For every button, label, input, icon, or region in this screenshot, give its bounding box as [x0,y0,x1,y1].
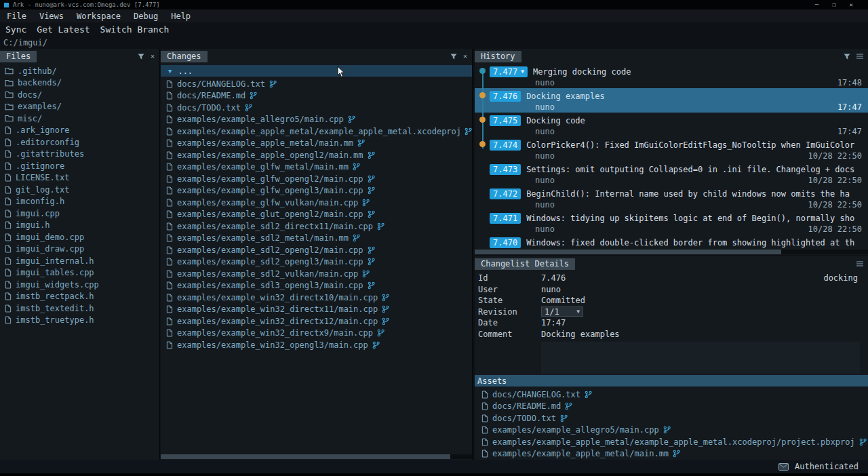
history-commit-row[interactable]: 7.475 Docking code nuno 17:47 [475,113,868,137]
change-item[interactable]: examples/example_apple_metal/main.mm [161,138,472,150]
toolbar-button-sync[interactable]: Sync [5,24,26,35]
menu-item-file[interactable]: File [7,12,26,21]
change-item[interactable]: examples/example_glfw_opengl3/main.cpp [161,185,472,197]
change-item[interactable]: examples/example_sdl2_opengl3/main.cpp [161,256,472,269]
history-commit-row[interactable]: 7.474 ColorPicker4(): Fixed ImGuiColorEd… [475,137,868,161]
asset-item[interactable]: examples/example_apple_metal/main.mm [475,448,868,460]
history-filter-icon[interactable] [844,54,850,60]
history-commit-row[interactable]: 7.477▼ Merging docking code nuno 17:48 [475,64,868,88]
file-tree-item[interactable]: imgui_draw.cpp [0,243,159,256]
file-tree-item[interactable]: .gitignore [0,160,159,172]
file-tree-item[interactable]: .editorconfig [0,136,159,148]
file-tree-item[interactable]: imgui.cpp [0,207,159,220]
history-panel: History 7.477▼ Merging docking code nuno… [475,49,868,255]
file-icon [481,426,488,434]
history-commit-row[interactable]: 7.476 Docking examples nuno 17:47 [475,88,868,113]
change-item[interactable]: examples/example_glfw_opengl2/main.cpp [161,173,472,185]
history-commit-row[interactable]: 7.472 BeginChild(): Internal name used b… [475,186,868,210]
file-tree-item[interactable]: imconfig.h [0,196,159,208]
file-icon [5,138,12,146]
history-commit-row[interactable]: 7.473 Settings: omit outputing Collapsed… [475,161,868,186]
change-item[interactable]: examples/example_sdl2_opengl2/main.cpp [161,244,472,256]
change-item[interactable]: examples/example_win32_directx10/main.cp… [161,292,472,304]
menu-item-views[interactable]: Views [39,12,64,21]
changes-horizontal-scrollbar[interactable] [161,454,472,459]
change-item[interactable]: examples/example_win32_opengl3/main.cpp [161,339,472,351]
revision-badge[interactable]: 7.475 [490,115,521,126]
files-close-icon[interactable]: ✕ [151,53,155,60]
files-filter-icon[interactable] [138,54,144,60]
comment-textarea[interactable] [541,342,860,377]
revision-select[interactable]: 1/1 ▼ [541,306,583,317]
change-item[interactable]: examples/example_glfw_vulkan/main.cpp [161,197,472,209]
file-tree-item[interactable]: backends/ [0,77,159,90]
asset-item[interactable]: docs/TODO.txt [475,412,868,424]
branch-icon [382,305,389,313]
changelist-user-value: nuno [541,285,561,294]
change-item[interactable]: examples/example_sdl2_vulkan/main.cpp [161,268,472,280]
file-tree-item[interactable]: .gitattributes [0,148,159,161]
bottom-strip [0,473,868,476]
history-menu-icon[interactable] [856,54,863,59]
file-tree-item[interactable]: imgui_widgets.cpp [0,279,159,291]
change-item[interactable]: examples/example_allegro5/main.cpp [161,114,472,126]
minimize-button[interactable]: ─ [815,1,818,8]
change-item[interactable]: examples/example_apple_metal/example_app… [161,125,472,138]
file-tree-item[interactable]: imgui_tables.cpp [0,267,159,279]
revision-badge[interactable]: 7.472 [490,189,521,199]
revision-badge[interactable]: 7.470 [490,237,521,248]
change-item[interactable]: docs/README.md [161,90,472,102]
asset-item[interactable]: docs/CHANGELOG.txt [475,389,868,401]
close-button[interactable]: ✕ [850,1,853,8]
change-item[interactable]: examples/example_glut_opengl2/main.cpp [161,209,472,221]
menu-item-debug[interactable]: Debug [134,12,158,21]
file-tree-item[interactable]: .github/ [0,65,159,77]
menu-item-workspace[interactable]: Workspace [77,12,121,21]
change-item[interactable]: docs/TODO.txt [161,102,472,114]
toolbar-button-get-latest[interactable]: Get Latest [37,24,90,35]
file-icon [166,317,173,325]
change-item[interactable]: examples/example_glfw_metal/main.mm [161,161,472,174]
file-tree-item[interactable]: examples/ [0,101,159,113]
revision-badge[interactable]: 7.476 [490,91,521,102]
menu-item-help[interactable]: Help [171,12,191,21]
asset-item[interactable]: examples/example_allegro5/main.cpp [475,424,868,437]
change-item[interactable]: examples/example_win32_directx12/main.cp… [161,315,472,328]
change-item[interactable]: examples/example_sdl2_metal/main.mm [161,233,472,245]
history-commit-row[interactable]: 7.470 Windows: fixed double-clicked bord… [475,235,868,249]
change-item[interactable]: examples/example_win32_directx11/main.cp… [161,304,472,316]
changes-root-row[interactable]: ▼ ... [161,65,472,77]
file-tree-item[interactable]: docs/ [0,89,159,101]
revision-badge[interactable]: 7.473 [490,164,521,175]
commit-title: ColorPicker4(): Fixed ImGuiColorEditFlag… [526,140,854,150]
revision-badge[interactable]: 7.474 [490,140,521,151]
file-tree-item[interactable]: imgui_demo.cpp [0,231,159,243]
file-tree-item[interactable]: imgui_internal.h [0,255,159,267]
branch-name: docking [823,273,858,283]
file-tree-item[interactable]: imstb_truetype.h [0,315,159,327]
file-tree-item[interactable]: imstb_rectpack.h [0,291,159,303]
toolbar-button-switch-branch[interactable]: Switch Branch [100,24,170,35]
revision-badge[interactable]: 7.477▼ [490,66,528,77]
history-commit-row[interactable]: 7.471 Windows: tidying up skipitems logi… [475,210,868,235]
asset-item[interactable]: examples/example_apple_metal/example_app… [475,436,868,448]
revision-badge[interactable]: 7.471 [490,213,521,224]
change-item[interactable]: examples/example_sdl2_directx11/main.cpp [161,220,472,233]
change-item[interactable]: docs/CHANGELOG.txt [161,78,472,90]
file-tree-item[interactable]: imstb_textedit.h [0,302,159,315]
file-tree-item[interactable]: LICENSE.txt [0,172,159,184]
history-horizontal-scrollbar[interactable] [475,250,868,254]
change-item[interactable]: examples/example_sdl3_opengl3/main.cpp [161,280,472,292]
asset-item[interactable]: docs/README.md [475,401,868,413]
change-item[interactable]: examples/example_apple_opengl2/main.mm [161,149,472,161]
branch-icon [382,294,389,302]
changes-close-icon[interactable]: ✕ [463,53,467,60]
file-tree-item[interactable]: git_log.txt [0,184,159,196]
changes-filter-icon[interactable] [450,54,457,60]
file-tree-item[interactable]: .ark_ignore [0,125,159,137]
change-item[interactable]: examples/example_win32_directx9/main.cpp [161,328,472,340]
details-menu-icon[interactable] [856,261,863,266]
file-tree-item[interactable]: misc/ [0,113,159,125]
maximize-button[interactable]: ❐ [832,1,835,8]
file-tree-item[interactable]: imgui.h [0,220,159,232]
